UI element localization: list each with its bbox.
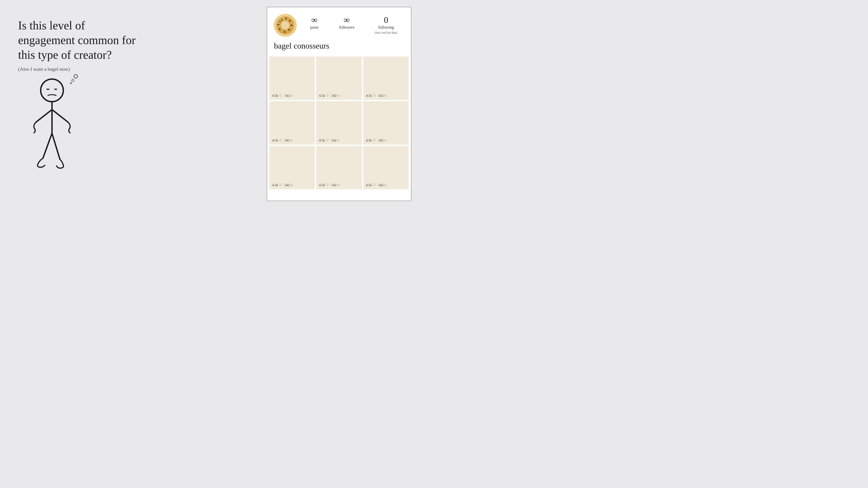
svg-line-7 — [36, 109, 52, 122]
post-item: 4.5k ♡ 542 ○ — [270, 101, 315, 144]
post-likes: 4.5k ♡ — [366, 94, 376, 98]
posts-label: posts — [310, 25, 318, 30]
post-comments: 542 ○ — [285, 138, 292, 142]
profile-username: bagel conosseurs — [267, 41, 411, 55]
post-stats: 4.5k ♡ 542 ○ — [319, 94, 339, 98]
svg-point-3 — [41, 79, 63, 102]
svg-point-2 — [70, 83, 72, 84]
following-label: following — [378, 25, 394, 30]
post-item: 4.5k ♡ 542 ○ — [363, 57, 409, 100]
post-comments: 542 ○ — [378, 94, 386, 98]
svg-point-1 — [72, 79, 74, 82]
post-stats: 4.5k ♡ 542 ○ — [366, 94, 386, 98]
post-item: 4.5k ♡ 542 ○ — [316, 146, 362, 189]
followers-count: ∞ — [344, 15, 350, 24]
following-count: 0 — [384, 15, 388, 24]
stick-figure — [18, 72, 95, 190]
post-item: 4.5k ♡ 542 ○ — [270, 146, 315, 189]
post-stats: 4.5k ♡ 542 ○ — [366, 183, 386, 187]
left-panel: Is this level of engagement common for t… — [0, 0, 176, 244]
post-item: 4.5k ♡ 542 ○ — [316, 101, 362, 144]
following-stat: 0 following (too cool for that) — [375, 15, 397, 35]
main-question: Is this level of engagement common for t… — [18, 18, 145, 62]
post-likes: 4.5k ♡ — [272, 138, 282, 142]
post-comments: 542 ○ — [378, 138, 386, 142]
post-likes: 4.5k ♡ — [319, 94, 329, 98]
svg-line-9 — [43, 133, 52, 158]
post-stats: 4.5k ♡ 542 ○ — [319, 183, 339, 187]
svg-line-8 — [52, 109, 68, 122]
avatar — [274, 14, 297, 37]
post-likes: 4.5k ♡ — [272, 94, 282, 98]
post-stats: 4.5k ♡ 542 ○ — [272, 183, 292, 187]
post-likes: 4.5k ♡ — [366, 138, 376, 142]
post-likes: 4.5k ♡ — [319, 183, 329, 187]
post-item: 4.5k ♡ 542 ○ — [363, 101, 409, 144]
post-comments: 542 ○ — [331, 138, 339, 142]
post-likes: 4.5k ♡ — [319, 138, 329, 142]
svg-point-23 — [281, 21, 289, 29]
svg-point-0 — [74, 74, 78, 78]
posts-stat: ∞ posts — [310, 15, 318, 35]
post-item: 4.5k ♡ 542 ○ — [316, 57, 362, 100]
post-stats: 4.5k ♡ 542 ○ — [272, 138, 292, 142]
post-comments: 542 ○ — [285, 94, 292, 98]
post-stats: 4.5k ♡ 542 ○ — [272, 94, 292, 98]
svg-line-10 — [52, 133, 60, 159]
post-stats: 4.5k ♡ 542 ○ — [319, 138, 339, 142]
post-comments: 542 ○ — [378, 183, 386, 187]
post-comments: 542 ○ — [331, 94, 339, 98]
following-sub: (too cool for that) — [375, 31, 397, 35]
post-comments: 542 ○ — [331, 183, 339, 187]
post-likes: 4.5k ♡ — [366, 183, 376, 187]
post-item: 4.5k ♡ 542 ○ — [270, 57, 315, 100]
profile-header: ∞ posts ∞ followers 0 following (too coo… — [267, 7, 411, 41]
posts-count: ∞ — [311, 15, 317, 24]
post-item: 4.5k ♡ 542 ○ — [363, 146, 409, 189]
followers-stat: ∞ followers — [339, 15, 354, 35]
post-likes: 4.5k ♡ — [272, 183, 282, 187]
posts-grid: 4.5k ♡ 542 ○ 4.5k ♡ 542 ○ 4.5k ♡ 542 ○ 4… — [267, 55, 411, 191]
stats-row: ∞ posts ∞ followers 0 following (too coo… — [303, 15, 404, 35]
thought-bubbles — [63, 72, 81, 91]
sub-question: (Also I want a bagel now) — [18, 66, 145, 72]
instagram-profile-panel: ∞ posts ∞ followers 0 following (too coo… — [267, 7, 411, 201]
post-stats: 4.5k ♡ 542 ○ — [366, 138, 386, 142]
post-comments: 542 ○ — [285, 183, 292, 187]
followers-label: followers — [339, 25, 354, 30]
